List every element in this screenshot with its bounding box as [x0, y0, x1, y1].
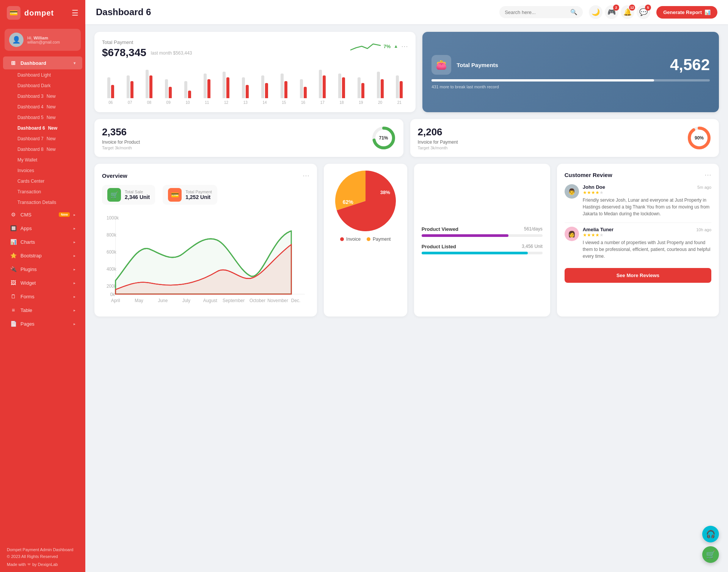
see-more-reviews-button[interactable]: See More Reviews: [565, 268, 711, 283]
product-viewed-label: Product Viewed: [422, 226, 458, 232]
sub-nav-item-transaction[interactable]: Transaction: [0, 186, 85, 197]
blue-payments-card: 👛 Total Payments 4,562 431 more to break…: [422, 32, 719, 112]
reviewer-avatar-2: 👩: [565, 227, 579, 241]
product-listed-label: Product Listed: [422, 244, 456, 249]
dashboard-icon: ⊞: [10, 60, 17, 66]
sidebar-item-label: Table: [20, 307, 70, 313]
invoice-payment-card: 2,206 Invoice for Payment Target 3k/mont…: [410, 119, 719, 157]
floating-buttons: 🎧 🛒: [702, 526, 719, 563]
review-more-icon[interactable]: ⋯: [704, 171, 711, 179]
review-title: Customer Review: [565, 172, 612, 178]
search-input[interactable]: [505, 9, 567, 15]
review-item-1: 👨 John Doe 5m ago ★★★★★ Friendly service…: [565, 184, 711, 217]
total-payment-sub: last month $563,443: [151, 50, 192, 56]
widget-icon: 🖼: [10, 280, 17, 286]
bar-group-08: [141, 70, 158, 98]
svg-text:November: November: [267, 298, 288, 303]
sidebar-item-label: Plugins: [20, 266, 70, 272]
total-payment-stat: 💳 Total Payment 1,252 Unit: [163, 185, 217, 205]
svg-text:800k: 800k: [107, 232, 116, 238]
product-listed-bar-bg: [422, 252, 543, 254]
bar-group-16: [295, 79, 312, 98]
review-time-1: 5m ago: [697, 185, 711, 190]
chevron-right-icon: ▸: [74, 281, 75, 285]
invoice-pct-label: 62%: [343, 199, 353, 205]
sidebar-item-cms[interactable]: ⚙ CMS New ▸: [3, 208, 82, 221]
reviewer-name-1: John Doe: [583, 184, 605, 190]
user-email: william@gmail.com: [27, 40, 60, 44]
reviewer-avatar-1: 👨: [565, 184, 579, 199]
theme-toggle-button[interactable]: 🌙: [589, 5, 602, 19]
sub-nav-item-mywallet[interactable]: My Wallet: [0, 155, 85, 165]
made-with: Made with ❤ by DexignLab: [7, 561, 78, 568]
charts-icon: 📊: [10, 239, 17, 245]
chevron-down-icon: ▾: [74, 61, 75, 65]
invoice-legend-label: Invoice: [346, 237, 361, 242]
sidebar-item-widget[interactable]: 🖼 Widget ▸: [3, 276, 82, 289]
sidebar-item-dashboard[interactable]: ⊞ Dashboard ▾: [3, 56, 82, 69]
user-profile: 👤 Hi, William william@gmail.com: [5, 29, 81, 51]
sidebar-item-label: Bootstrap: [20, 253, 70, 259]
dashboard-subnav: Dashboard Light Dashboard Dark Dashboard…: [0, 70, 85, 208]
review-stars-2: ★★★★★: [583, 232, 711, 238]
payment-pct-label: 38%: [380, 190, 390, 195]
sidebar-item-table[interactable]: ≡ Table ▸: [3, 304, 82, 317]
sidebar-logo: 💳 dompet ☰: [0, 0, 85, 26]
bar-group-10: [179, 81, 196, 98]
review-item-2: 👩 Amelia Tuner 10h ago ★★★★★ I viewed a …: [565, 227, 711, 260]
notifications-button[interactable]: 🔔 12: [621, 5, 634, 19]
bar-group-14: [256, 75, 273, 98]
messages-button[interactable]: 💬 5: [637, 5, 650, 19]
sidebar-item-bootstrap[interactable]: ⭐ Bootstrap ▸: [3, 249, 82, 262]
user-name: William: [34, 36, 48, 40]
more-options-icon[interactable]: ⋯: [401, 42, 408, 50]
sidebar-item-forms[interactable]: 🗒 Forms ▸: [3, 290, 82, 303]
chevron-right-icon: ▸: [74, 213, 75, 217]
topbar-icons: 🌙 🎮 2 🔔 12 💬 5: [589, 5, 650, 19]
sub-nav-item-cards-center[interactable]: Cards Center: [0, 176, 85, 186]
overview-title: Overview: [102, 172, 127, 179]
logo-icon: 💳: [7, 6, 20, 20]
support-fab[interactable]: 🎧: [702, 526, 719, 542]
sub-nav-item-dashboard-dark[interactable]: Dashboard Dark: [0, 80, 85, 91]
chevron-right-icon: ▸: [74, 254, 75, 258]
review-content-1: John Doe 5m ago ★★★★★ Friendly service J…: [583, 184, 711, 217]
sub-nav-item-dashboard7[interactable]: Dashboard 7 New: [0, 133, 85, 144]
avatar: 👤: [9, 33, 24, 47]
sidebar-item-label: Charts: [20, 239, 70, 245]
sub-nav-item-dashboard3[interactable]: Dashboard 3 New: [0, 91, 85, 102]
gamepad-button[interactable]: 🎮 2: [605, 5, 618, 19]
sub-nav-item-dashboard6[interactable]: Dashboard 6 New: [0, 123, 85, 133]
sub-nav-item-dashboard8[interactable]: Dashboard 8 New: [0, 144, 85, 155]
sub-nav-item-dashboard4[interactable]: Dashboard 4 New: [0, 102, 85, 112]
sub-nav-item-invoices[interactable]: Invoices: [0, 165, 85, 176]
pages-icon: 📄: [10, 321, 17, 327]
sidebar-item-apps[interactable]: 🔲 Apps ▸: [3, 222, 82, 235]
sub-nav-item-transaction-details[interactable]: Transaction Details: [0, 197, 85, 208]
bar-group-13: [237, 77, 254, 98]
sub-nav-item-dashboard-light[interactable]: Dashboard Light: [0, 70, 85, 80]
product-viewed-count: 561/days: [524, 226, 543, 232]
dashboard-body: Total Payment $678,345 last month $563,4…: [85, 24, 728, 572]
svg-text:October: October: [249, 298, 265, 303]
product-viewed-bar-fill: [422, 234, 509, 237]
review-divider: [565, 223, 711, 223]
total-sale-label: Total Sale: [125, 190, 150, 194]
invoice-payment-label: Invoice for Payment: [418, 139, 458, 145]
reviewer-name-2: Amelia Tuner: [583, 227, 613, 232]
invoice-product-card: 2,356 Invoice for Product Target 3k/mont…: [94, 119, 403, 157]
sidebar-item-plugins[interactable]: 🔌 Plugins ▸: [3, 263, 82, 276]
overview-stats: 🛒 Total Sale 2,346 Unit 💳 Total Payment …: [102, 185, 309, 205]
page-title: Dashboard 6: [96, 7, 493, 17]
sidebar-item-charts[interactable]: 📊 Charts ▸: [3, 235, 82, 248]
brand-name: Dompet Payment Admin Dashboard: [7, 547, 78, 553]
area-chart: 1000k 800k 600k 400k 200k 0k April May J…: [102, 208, 309, 307]
chevron-right-icon: ▸: [74, 267, 75, 271]
heart-icon: ❤: [27, 561, 31, 568]
sidebar-item-pages[interactable]: 📄 Pages ▸: [3, 317, 82, 330]
sub-nav-item-dashboard5[interactable]: Dashboard 5 New: [0, 112, 85, 123]
cart-fab[interactable]: 🛒: [702, 546, 719, 563]
overview-more-icon[interactable]: ⋯: [303, 171, 309, 180]
hamburger-icon[interactable]: ☰: [72, 8, 78, 17]
generate-report-button[interactable]: Generate Report 📊: [656, 6, 717, 19]
